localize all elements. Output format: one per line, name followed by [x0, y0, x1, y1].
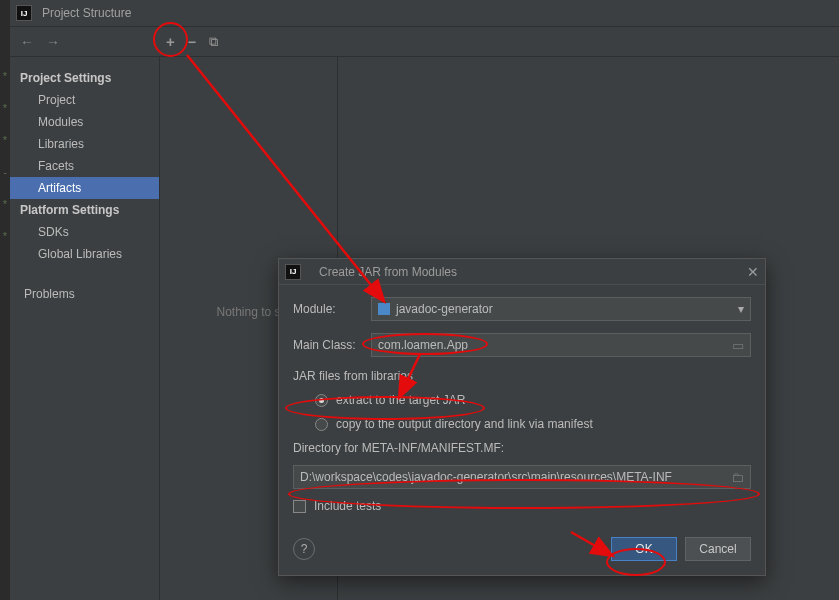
- group-project-settings: Project Settings: [10, 67, 159, 89]
- main-class-value: com.loamen.App: [378, 338, 468, 352]
- radio-extract-label: extract to the target JAR: [336, 393, 465, 407]
- folder-icon[interactable]: 🗀: [731, 470, 744, 485]
- remove-icon[interactable]: −: [188, 34, 196, 50]
- directory-value: D:\workspace\codes\javadoc-generator\src…: [300, 470, 672, 484]
- radio-copy-label: copy to the output directory and link vi…: [336, 417, 593, 431]
- jar-section-label: JAR files from libraries: [293, 369, 751, 383]
- main-class-field[interactable]: com.loamen.App ▭: [371, 333, 751, 357]
- sidebar-item-sdks[interactable]: SDKs: [10, 221, 159, 243]
- editor-gutter: ***-**: [0, 0, 10, 600]
- cancel-button[interactable]: Cancel: [685, 537, 751, 561]
- module-select[interactable]: javadoc-generator ▾: [371, 297, 751, 321]
- close-icon[interactable]: ✕: [747, 264, 759, 280]
- intellij-logo-icon: IJ: [285, 264, 301, 280]
- settings-sidebar: Project Settings Project Modules Librari…: [10, 57, 160, 600]
- intellij-logo-icon: IJ: [16, 5, 32, 21]
- ok-button[interactable]: OK: [611, 537, 677, 561]
- module-value: javadoc-generator: [396, 302, 493, 316]
- title-bar: IJ Project Structure: [10, 0, 839, 27]
- sidebar-item-project[interactable]: Project: [10, 89, 159, 111]
- include-tests-label: Include tests: [314, 499, 381, 513]
- copy-icon[interactable]: ⧉: [209, 34, 218, 50]
- create-jar-dialog: IJ Create JAR from Modules ✕ Module: jav…: [278, 258, 766, 576]
- sidebar-item-global-libraries[interactable]: Global Libraries: [10, 243, 159, 265]
- chevron-down-icon: ▾: [738, 302, 744, 316]
- dialog-titlebar: IJ Create JAR from Modules ✕: [279, 259, 765, 285]
- back-icon[interactable]: ←: [20, 34, 34, 50]
- sidebar-item-artifacts[interactable]: Artifacts: [10, 177, 159, 199]
- radio-icon: [315, 418, 328, 431]
- radio-icon: [315, 394, 328, 407]
- help-button[interactable]: ?: [293, 538, 315, 560]
- sidebar-item-facets[interactable]: Facets: [10, 155, 159, 177]
- browse-icon[interactable]: ▭: [732, 338, 744, 353]
- add-icon[interactable]: +: [166, 33, 175, 50]
- dialog-title: Create JAR from Modules: [319, 265, 457, 279]
- empty-hint: Nothing to s: [216, 305, 280, 319]
- forward-icon[interactable]: →: [46, 34, 60, 50]
- sidebar-item-libraries[interactable]: Libraries: [10, 133, 159, 155]
- sidebar-item-problems[interactable]: Problems: [10, 283, 159, 305]
- main-class-label: Main Class:: [293, 338, 371, 352]
- sidebar-item-modules[interactable]: Modules: [10, 111, 159, 133]
- module-label: Module:: [293, 302, 371, 316]
- radio-copy[interactable]: copy to the output directory and link vi…: [315, 417, 751, 431]
- group-platform-settings: Platform Settings: [10, 199, 159, 221]
- module-icon: [378, 303, 390, 315]
- dir-label: Directory for META-INF/MANIFEST.MF:: [293, 441, 751, 455]
- toolbar: ← → + − ⧉: [10, 27, 839, 57]
- directory-field[interactable]: D:\workspace\codes\javadoc-generator\src…: [293, 465, 751, 489]
- checkbox-icon: [293, 500, 306, 513]
- include-tests-checkbox[interactable]: Include tests: [293, 499, 751, 513]
- radio-extract[interactable]: extract to the target JAR: [315, 393, 751, 407]
- window-title: Project Structure: [42, 6, 131, 20]
